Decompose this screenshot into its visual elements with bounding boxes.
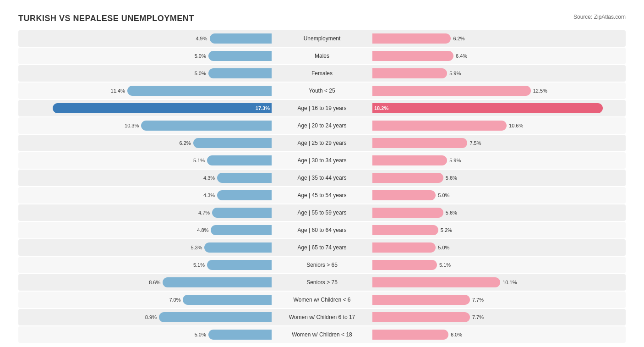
bar-blue <box>211 225 272 235</box>
row-label: Seniors > 65 <box>272 262 372 268</box>
value-right: 5.2% <box>441 227 452 233</box>
bar-pink <box>372 173 443 183</box>
value-left: 5.1% <box>193 158 205 163</box>
bar-blue <box>212 208 272 218</box>
right-section: 6.2% <box>372 30 626 47</box>
left-section: 5.0% <box>18 65 272 82</box>
value-left: 4.3% <box>203 175 215 181</box>
bar-pink <box>372 33 451 44</box>
right-section: 7.5% <box>372 135 626 151</box>
value-right: 5.0% <box>438 193 449 198</box>
chart-container: TURKISH VS NEPALESE UNEMPLOYMENT Source:… <box>9 9 635 347</box>
value-left: 6.2% <box>180 140 191 146</box>
bar-pink <box>372 51 453 61</box>
value-left: 5.3% <box>191 245 202 250</box>
bar-blue <box>208 330 272 340</box>
value-left: 4.7% <box>198 210 210 215</box>
value-right: 10.1% <box>502 280 517 285</box>
value-right: 5.6% <box>446 175 457 181</box>
row-label: Age | 65 to 74 years <box>272 244 372 251</box>
row-label: Males <box>272 53 372 59</box>
bar-row: 11.4%Youth < 2512.5% <box>18 83 626 99</box>
bar-pink <box>372 155 447 165</box>
value-right: 5.9% <box>449 71 461 76</box>
bar-pink <box>372 312 470 322</box>
value-left: 7.0% <box>169 297 180 303</box>
bar-row: 4.3%Age | 35 to 44 years5.6% <box>18 170 626 186</box>
bar-pink <box>372 260 437 270</box>
left-section: 5.0% <box>18 48 272 64</box>
row-label: Women w/ Children < 18 <box>272 331 372 338</box>
value-left: 10.3% <box>125 123 139 128</box>
value-right: 12.5% <box>533 88 547 94</box>
value-left: 5.0% <box>195 71 206 76</box>
bar-row: 5.0%Males6.4% <box>18 48 626 64</box>
left-section: 5.0% <box>18 326 272 343</box>
value-right: 6.0% <box>451 332 462 337</box>
left-section: 6.2% <box>18 135 272 151</box>
bar-row: 8.6%Seniors > 7510.1% <box>18 274 626 291</box>
row-label: Women w/ Children < 6 <box>272 297 372 303</box>
left-section: 5.3% <box>18 239 272 256</box>
bar-blue <box>141 121 272 131</box>
chart-title: TURKISH VS NEPALESE UNEMPLOYMENT <box>18 14 194 23</box>
right-section: 5.0% <box>372 187 626 204</box>
bar-row: 5.1%Age | 30 to 34 years5.9% <box>18 152 626 169</box>
bar-pink <box>372 295 470 305</box>
left-section: 5.1% <box>18 257 272 273</box>
bar-blue <box>217 173 272 183</box>
bar-blue <box>183 295 272 305</box>
value-right: 5.1% <box>439 262 451 268</box>
chart-header: TURKISH VS NEPALESE UNEMPLOYMENT Source:… <box>18 14 626 23</box>
bar-blue <box>204 242 272 253</box>
bar-pink <box>372 208 443 218</box>
value-right: 5.9% <box>449 158 461 163</box>
bar-row: 8.9%Women w/ Children 6 to 177.7% <box>18 309 626 325</box>
bar-pink <box>372 225 438 235</box>
bar-row: 7.0%Women w/ Children < 67.7% <box>18 292 626 308</box>
right-section: 7.7% <box>372 292 626 308</box>
left-section: 4.3% <box>18 187 272 204</box>
bar-pink <box>372 138 467 148</box>
bar-pink <box>372 330 448 340</box>
bar-blue <box>208 68 272 78</box>
bar-pink <box>372 242 436 253</box>
value-right: 5.0% <box>438 245 449 250</box>
bar-blue <box>163 277 272 287</box>
bar-row: 17.3%17.3%Age | 16 to 19 years18.2%18.2% <box>18 100 626 116</box>
value-left: 4.3% <box>203 193 215 198</box>
left-section: 5.1% <box>18 152 272 169</box>
value-left: 4.9% <box>196 36 207 41</box>
bar-blue <box>207 155 272 165</box>
value-right: 7.7% <box>472 297 484 303</box>
bar-blue <box>193 138 272 148</box>
value-right: 7.7% <box>472 314 484 320</box>
row-label: Age | 16 to 19 years <box>272 105 372 111</box>
bar-blue <box>208 51 272 61</box>
value-left: 8.9% <box>145 314 157 320</box>
bar-row: 5.1%Seniors > 655.1% <box>18 257 626 273</box>
left-section: 7.0% <box>18 292 272 308</box>
bar-row: 5.3%Age | 65 to 74 years5.0% <box>18 239 626 256</box>
right-section: 5.9% <box>372 152 626 169</box>
row-label: Age | 20 to 24 years <box>272 122 372 129</box>
left-section: 4.9% <box>18 30 272 47</box>
left-section: 4.7% <box>18 204 272 221</box>
row-label: Age | 35 to 44 years <box>272 175 372 181</box>
right-section: 5.6% <box>372 204 626 221</box>
right-section: 6.4% <box>372 48 626 64</box>
bar-pink: 18.2% <box>372 103 603 113</box>
bar-row: 4.7%Age | 55 to 59 years5.6% <box>18 204 626 221</box>
row-label: Females <box>272 70 372 77</box>
bar-row: 10.3%Age | 20 to 24 years10.6% <box>18 117 626 134</box>
right-section: 5.2% <box>372 222 626 238</box>
bar-pink <box>372 121 507 131</box>
bar-pink <box>372 190 436 200</box>
left-section: 4.8% <box>18 222 272 238</box>
bar-pink <box>372 277 500 287</box>
row-label: Age | 60 to 64 years <box>272 227 372 233</box>
bar-row: 4.3%Age | 45 to 54 years5.0% <box>18 187 626 204</box>
value-right: 7.5% <box>469 140 481 146</box>
row-label: Age | 45 to 54 years <box>272 192 372 198</box>
bar-row: 4.8%Age | 60 to 64 years5.2% <box>18 222 626 238</box>
